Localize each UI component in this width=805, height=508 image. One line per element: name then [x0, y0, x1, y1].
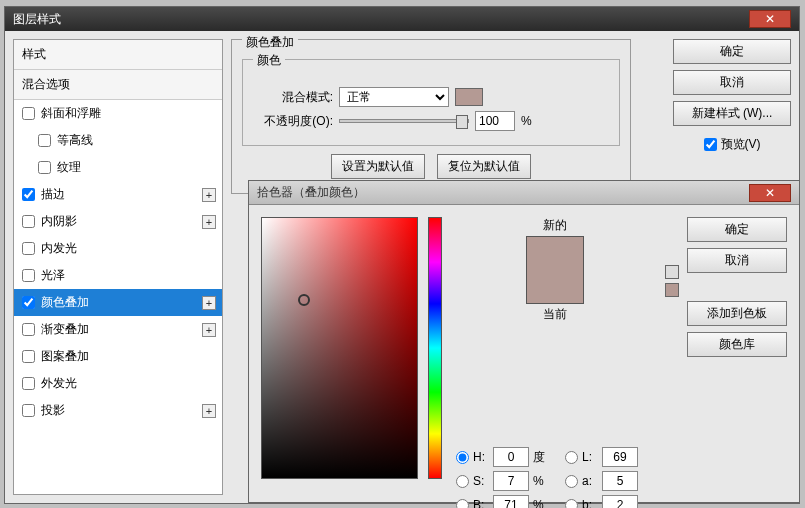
color-cursor[interactable]	[298, 294, 310, 306]
preview-column: 新的 当前	[452, 217, 657, 323]
plus-icon[interactable]: +	[202, 215, 216, 229]
color-lib-button[interactable]: 颜色库	[687, 332, 787, 357]
l-input[interactable]	[602, 447, 638, 467]
sidebar-item-6[interactable]: 光泽	[14, 262, 222, 289]
plus-icon[interactable]: +	[202, 188, 216, 202]
picker-body: 新的 当前 H:度 S:% B:% R: G:	[249, 205, 799, 502]
effect-checkbox[interactable]	[22, 215, 35, 228]
plus-icon[interactable]: +	[202, 323, 216, 337]
effect-checkbox[interactable]	[38, 161, 51, 174]
sidebar-item-2[interactable]: 纹理	[14, 154, 222, 181]
picker-button-column: 确定 取消 添加到色板 颜色库	[687, 217, 787, 490]
percent-label: %	[521, 114, 532, 128]
sidebar-item-10[interactable]: 外发光	[14, 370, 222, 397]
sidebar-item-7[interactable]: 颜色叠加+	[14, 289, 222, 316]
effect-checkbox[interactable]	[22, 323, 35, 336]
default-buttons-row: 设置为默认值 复位为默认值	[242, 154, 620, 179]
sidebar-item-label: 颜色叠加	[41, 294, 89, 311]
add-swatch-button[interactable]: 添加到色板	[687, 301, 787, 326]
close-icon[interactable]: ✕	[749, 10, 791, 28]
sidebar-item-8[interactable]: 渐变叠加+	[14, 316, 222, 343]
picker-ok-button[interactable]: 确定	[687, 217, 787, 242]
preview-label: 预览(V)	[721, 136, 761, 153]
blend-mode-row: 混合模式: 正常	[253, 87, 609, 107]
color-picker-window: 拾色器（叠加颜色） ✕ 新的 当前 H:度 S:%	[248, 180, 800, 503]
sidebar-header-styles[interactable]: 样式	[14, 40, 222, 70]
sidebar-item-0[interactable]: 斜面和浮雕	[14, 100, 222, 127]
effect-checkbox[interactable]	[22, 350, 35, 363]
picker-cancel-button[interactable]: 取消	[687, 248, 787, 273]
effect-checkbox[interactable]	[22, 269, 35, 282]
set-default-button[interactable]: 设置为默认值	[331, 154, 425, 179]
sidebar-list: 斜面和浮雕等高线纹理描边+内阴影+内发光光泽颜色叠加+渐变叠加+图案叠加外发光投…	[14, 100, 222, 494]
opacity-input[interactable]	[475, 111, 515, 131]
sidebar-item-label: 内发光	[41, 240, 77, 257]
s-radio[interactable]	[456, 475, 469, 488]
effect-checkbox[interactable]	[22, 404, 35, 417]
panel-subtitle: 颜色	[253, 52, 285, 69]
a-input[interactable]	[602, 471, 638, 491]
sidebar-item-11[interactable]: 投影+	[14, 397, 222, 424]
style-sidebar: 样式 混合选项 斜面和浮雕等高线纹理描边+内阴影+内发光光泽颜色叠加+渐变叠加+…	[13, 39, 223, 495]
cancel-button[interactable]: 取消	[673, 70, 791, 95]
reset-default-button[interactable]: 复位为默认值	[437, 154, 531, 179]
sidebar-item-label: 渐变叠加	[41, 321, 89, 338]
color-inner-fieldset: 颜色 混合模式: 正常 不透明度(O): %	[242, 59, 620, 146]
slider-thumb[interactable]	[456, 115, 468, 129]
effect-checkbox[interactable]	[22, 377, 35, 390]
h-radio[interactable]	[456, 451, 469, 464]
picker-close-icon[interactable]: ✕	[749, 184, 791, 202]
picker-titlebar: 拾色器（叠加颜色） ✕	[249, 181, 799, 205]
sidebar-item-label: 描边	[41, 186, 65, 203]
a-radio[interactable]	[565, 475, 578, 488]
s-label: S:	[473, 474, 489, 488]
picker-title: 拾色器（叠加颜色）	[257, 184, 365, 201]
sidebar-item-label: 斜面和浮雕	[41, 105, 101, 122]
color-field[interactable]	[261, 217, 418, 479]
effect-checkbox[interactable]	[22, 107, 35, 120]
l-radio[interactable]	[565, 451, 578, 464]
effect-checkbox[interactable]	[22, 188, 35, 201]
effect-checkbox[interactable]	[22, 296, 35, 309]
preview-swatch	[526, 236, 584, 304]
mini-swatch[interactable]	[665, 283, 679, 297]
lab-b-radio[interactable]	[565, 499, 578, 509]
b-input[interactable]	[493, 495, 529, 508]
a-label: a:	[582, 474, 598, 488]
lab-cmyk-column: L: a: b: C:% M:%	[565, 447, 657, 508]
hue-strip[interactable]	[428, 217, 442, 479]
overlay-color-swatch[interactable]	[455, 88, 483, 106]
new-style-button[interactable]: 新建样式 (W)...	[673, 101, 791, 126]
effect-checkbox[interactable]	[22, 242, 35, 255]
sidebar-item-5[interactable]: 内发光	[14, 235, 222, 262]
b-radio[interactable]	[456, 499, 469, 509]
plus-icon[interactable]: +	[202, 404, 216, 418]
l-label: L:	[582, 450, 598, 464]
color-overlay-fieldset: 颜色叠加 颜色 混合模式: 正常 不透明度(O): %	[231, 39, 631, 194]
sidebar-item-label: 光泽	[41, 267, 65, 284]
preview-checkbox[interactable]	[704, 138, 717, 151]
main-button-column: 确定 取消 新建样式 (W)... 预览(V)	[673, 39, 791, 153]
hsb-rgb-column: H:度 S:% B:% R: G:	[456, 447, 547, 508]
current-color	[527, 270, 583, 303]
opacity-slider[interactable]	[339, 119, 469, 123]
h-input[interactable]	[493, 447, 529, 467]
new-color	[527, 237, 583, 270]
blend-mode-select[interactable]: 正常	[339, 87, 449, 107]
sidebar-item-label: 内阴影	[41, 213, 77, 230]
sidebar-item-label: 投影	[41, 402, 65, 419]
ok-button[interactable]: 确定	[673, 39, 791, 64]
effect-checkbox[interactable]	[38, 134, 51, 147]
current-label: 当前	[543, 306, 567, 323]
sidebar-header-blend[interactable]: 混合选项	[14, 70, 222, 100]
cube-icon[interactable]	[665, 265, 679, 279]
sidebar-item-9[interactable]: 图案叠加	[14, 343, 222, 370]
sidebar-item-label: 纹理	[57, 159, 81, 176]
main-title: 图层样式	[13, 11, 61, 28]
sidebar-item-3[interactable]: 描边+	[14, 181, 222, 208]
sidebar-item-4[interactable]: 内阴影+	[14, 208, 222, 235]
plus-icon[interactable]: +	[202, 296, 216, 310]
s-input[interactable]	[493, 471, 529, 491]
lab-b-input[interactable]	[602, 495, 638, 508]
sidebar-item-1[interactable]: 等高线	[14, 127, 222, 154]
